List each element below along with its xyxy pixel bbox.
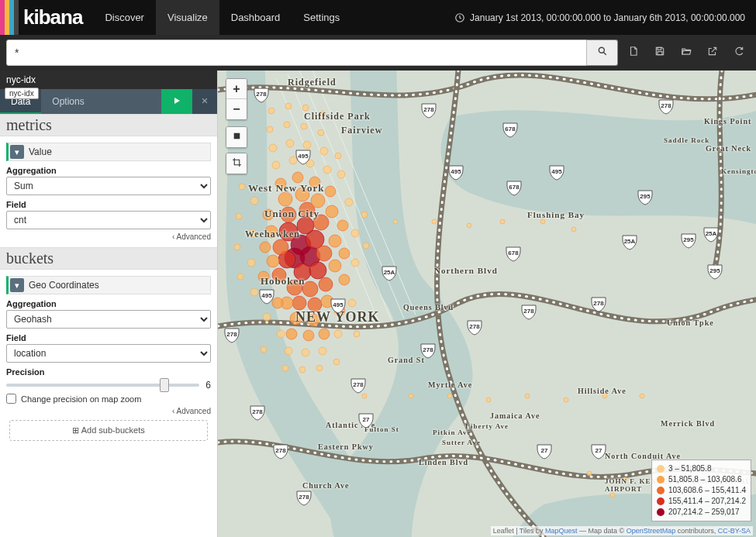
save-icon xyxy=(654,46,665,60)
svg-point-84 xyxy=(239,184,245,190)
metric-advanced-toggle[interactable]: ‹ Advanced xyxy=(6,232,211,241)
osm-link[interactable]: OpenStreetMap xyxy=(627,527,676,535)
license-link[interactable]: CC-BY-SA xyxy=(718,527,751,535)
mapquest-link[interactable]: MapQuest xyxy=(545,527,578,535)
legend-label: 3 – 51,805.8 xyxy=(668,463,712,474)
svg-point-36 xyxy=(329,260,341,272)
svg-point-70 xyxy=(247,259,255,267)
folder-open-icon xyxy=(680,46,692,60)
svg-point-95 xyxy=(299,367,306,373)
map[interactable]: + − RidgefieldCliffside ParkFairviewWest… xyxy=(218,71,756,537)
rectangle-select-button[interactable] xyxy=(226,153,247,174)
svg-point-16 xyxy=(309,262,326,279)
svg-point-80 xyxy=(284,122,290,128)
svg-point-31 xyxy=(311,194,325,208)
svg-point-86 xyxy=(234,244,240,250)
svg-point-110 xyxy=(525,394,530,398)
svg-point-92 xyxy=(302,105,309,111)
legend-row: 155,411.4 – 207,214.2 xyxy=(657,496,746,507)
metric-aggregation-select[interactable]: Sum xyxy=(6,177,211,195)
change-precision-checkbox-row[interactable]: Change precision on map zoom xyxy=(6,394,211,404)
svg-point-103 xyxy=(500,219,505,224)
svg-point-66 xyxy=(351,229,359,237)
svg-point-73 xyxy=(277,330,285,338)
svg-point-112 xyxy=(602,394,607,398)
svg-point-24 xyxy=(313,215,329,230)
metric-agg-row[interactable]: ▾ Value xyxy=(6,143,211,161)
search-wrap xyxy=(6,40,618,66)
metric-field-label: Field xyxy=(6,200,211,209)
search-row xyxy=(0,35,756,71)
metric-field-select[interactable]: cnt xyxy=(6,211,211,229)
legend-row: 3 – 51,805.8 xyxy=(657,463,746,474)
svg-point-54 xyxy=(303,330,314,341)
svg-point-19 xyxy=(302,281,318,297)
add-sub-buckets-button[interactable]: ⊞ Add sub-buckets xyxy=(9,420,208,441)
time-range-label: January 1st 2013, 00:00:00.000 to Januar… xyxy=(470,12,745,23)
crop-icon xyxy=(232,157,242,170)
metrics-header: metrics xyxy=(0,114,217,136)
legend-label: 207,214.2 – 259,017 xyxy=(668,507,740,518)
change-precision-checkbox[interactable] xyxy=(6,394,16,404)
svg-point-116 xyxy=(610,493,615,497)
crop-control xyxy=(226,153,247,174)
svg-point-109 xyxy=(486,398,491,402)
svg-point-48 xyxy=(260,242,271,253)
run-button[interactable] xyxy=(161,89,192,114)
nav-visualize[interactable]: Visualize xyxy=(156,0,219,35)
zoom-out-button[interactable]: − xyxy=(226,99,247,119)
bucket-aggregation-select[interactable]: Geohash xyxy=(6,310,211,329)
brand-text: kibana xyxy=(23,5,82,29)
precision-slider[interactable] xyxy=(6,384,199,387)
svg-point-12 xyxy=(294,263,311,281)
svg-point-33 xyxy=(265,225,278,238)
discard-button[interactable] xyxy=(192,89,217,114)
svg-point-83 xyxy=(335,153,341,159)
precision-value: 6 xyxy=(205,380,211,391)
svg-point-52 xyxy=(334,305,345,316)
nav-dashboard[interactable]: Dashboard xyxy=(219,0,292,35)
index-bar[interactable]: nyc-idx nyc-idx xyxy=(0,71,217,89)
svg-point-62 xyxy=(303,141,311,149)
legend-row: 51,805.8 – 103,608.6 xyxy=(657,474,746,485)
new-vis-button[interactable] xyxy=(623,42,644,64)
search-input[interactable] xyxy=(6,40,587,66)
svg-point-45 xyxy=(263,209,274,220)
svg-point-58 xyxy=(306,160,314,167)
svg-point-88 xyxy=(361,212,368,218)
buckets-header: buckets xyxy=(0,247,217,270)
svg-point-97 xyxy=(333,359,340,365)
svg-point-32 xyxy=(326,205,338,218)
svg-point-29 xyxy=(278,192,292,206)
svg-point-94 xyxy=(282,365,288,371)
svg-point-26 xyxy=(319,277,333,291)
chevron-down-icon: ▾ xyxy=(10,145,24,159)
time-picker[interactable]: January 1st 2013, 00:00:00.000 to Januar… xyxy=(444,12,756,23)
svg-point-18 xyxy=(287,280,302,295)
svg-point-22 xyxy=(281,207,296,222)
tab-options[interactable]: Options xyxy=(41,89,95,114)
map-legend: 3 – 51,805.851,805.8 – 103,608.6103,608.… xyxy=(651,460,751,522)
nav-settings[interactable]: Settings xyxy=(292,0,351,35)
refresh-button[interactable] xyxy=(728,42,750,64)
chevron-down-icon: ▾ xyxy=(10,278,24,292)
nav-discover[interactable]: Discover xyxy=(93,0,156,35)
share-button[interactable] xyxy=(702,42,723,64)
search-button[interactable] xyxy=(587,40,618,66)
bucket-agg-row[interactable]: ▾ Geo Coordinates xyxy=(6,276,211,294)
zoom-in-button[interactable]: + xyxy=(226,79,247,99)
svg-point-75 xyxy=(348,299,356,307)
svg-point-39 xyxy=(290,312,302,325)
fit-bounds-button[interactable] xyxy=(226,127,247,147)
svg-point-87 xyxy=(237,274,243,280)
bucket-advanced-toggle[interactable]: ‹ Advanced xyxy=(6,407,211,415)
bucket-field-select[interactable]: location xyxy=(6,344,211,363)
brand: kibana xyxy=(0,0,93,35)
top-bar: kibana DiscoverVisualizeDashboardSetting… xyxy=(0,0,756,35)
bucket-field-label: Field xyxy=(6,333,211,343)
svg-point-64 xyxy=(337,170,345,178)
svg-point-114 xyxy=(587,471,592,476)
index-tooltip: nyc-idx xyxy=(5,88,39,99)
save-vis-button[interactable] xyxy=(649,42,671,64)
open-vis-button[interactable] xyxy=(675,42,697,64)
